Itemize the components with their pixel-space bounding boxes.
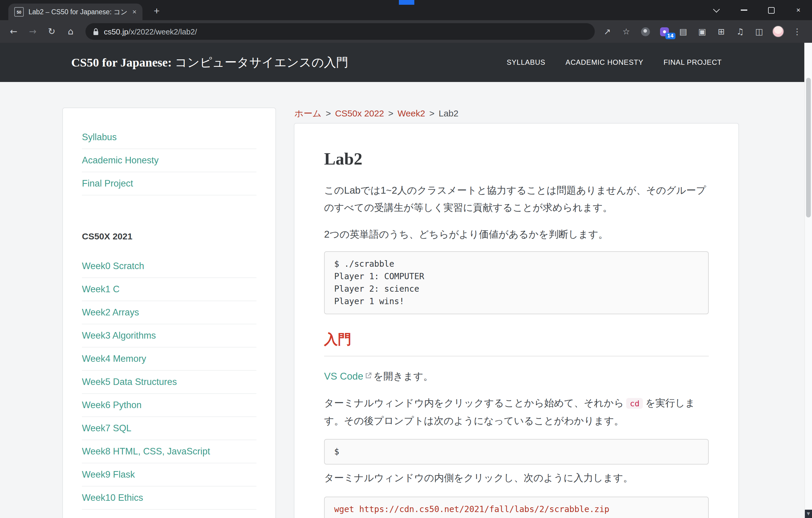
tab-title: Lab2 – CS50 for Japanese: コンピュ [28,7,127,16]
sidebar-item-week5[interactable]: Week5 Data Structures [82,371,256,394]
share-icon[interactable]: ↗ [600,23,615,40]
maximize-button[interactable] [757,0,785,20]
forward-button[interactable]: → [24,23,41,40]
external-link-icon [365,373,372,379]
browser-tab[interactable]: 50 Lab2 – CS50 for Japanese: コンピュ × [8,4,142,20]
back-button[interactable]: ← [5,23,23,40]
sidebar-item-week6[interactable]: Week6 Python [82,394,256,417]
breadcrumb-cs50x-2022[interactable]: CS50x 2022 [335,108,384,118]
sidebar-item-week4[interactable]: Week4 Memory [82,348,256,371]
sidebar-section-heading: CS50X 2021 [82,231,256,242]
breadcrumb-separator: > [388,108,394,118]
blue-accent-strip [399,0,414,5]
url-domain: cs50.jp [104,27,128,36]
sidebar-item-week0[interactable]: Week0 Scratch [82,255,256,278]
site-nav: SYLLABUS ACADEMIC HONESTY FINAL PROJECT [506,43,722,82]
code-line: Player 2: science [334,283,699,295]
task-paragraph: 2つの英単語のうち、どちらがより価値があるかを判断します。 [324,226,709,243]
terminal-paragraph: ターミナルウィンドウ内をクリックすることから始めて、それからcdを実行します。そ… [324,394,709,430]
sidebar-item-syllabus[interactable]: Syllabus [82,126,256,149]
scroll-down-button[interactable]: ▼ [805,510,812,518]
browser-toolbar: ← → ↻ ⌂ cs50.jp/x/2022/week2/lab2/ ↗ ☆ 1… [0,20,812,43]
home-button[interactable]: ⌂ [62,23,80,40]
code-line: $ [334,445,699,458]
terminal-text-before: ターミナルウィンドウ内をクリックすることから始めて、それから [324,398,624,408]
sidebar-item-week2[interactable]: Week2 Arrays [82,301,256,324]
minimize-button[interactable] [730,0,757,20]
vscode-link[interactable]: VS Code [324,371,363,381]
page-body: ホーム>CS50x 2022>Week2>Lab2 Syllabus Acade… [0,82,812,518]
sidebar-item-final-project[interactable]: Final Project [82,172,256,195]
click-paragraph: ターミナルウィンドウの内側をクリックし、次のように入力します。 [324,469,709,487]
breadcrumb: ホーム>CS50x 2022>Week2>Lab2 [294,108,459,119]
media-controls-icon[interactable]: ♫ [732,23,748,40]
maximize-icon [768,7,774,13]
breadcrumb-separator: > [325,108,331,118]
sidebar-item-week8[interactable]: Week8 HTML, CSS, JavaScript [82,440,256,463]
site-title-rest: コンピュータサイエンスの入門 [172,56,348,69]
menu-kebab-icon[interactable]: ⋮ [789,23,805,40]
tab-close-icon[interactable]: × [133,8,137,16]
toolbar-actions: ↗ ☆ 14 ▤ ▣ ⊞ ♫ ◫ ⋮ [600,20,805,43]
prompt-code-block: $ [324,439,709,465]
extension-purple-icon[interactable]: 14 [657,23,672,40]
reading-list-icon[interactable]: ▤ [675,23,691,40]
demo-code-block: $ ./scrabble Player 1: COMPUTER Player 2… [324,251,709,314]
wget-code-block: wget https://cdn.cs50.net/2021/fall/labs… [324,497,709,518]
url-path: /x/2022/week2/lab2/ [128,27,197,36]
breadcrumb-week2[interactable]: Week2 [398,108,425,118]
nav-syllabus[interactable]: SYLLABUS [506,58,545,66]
inline-code-cd: cd [626,398,643,409]
sidebar-item-week3[interactable]: Week3 Algorithms [82,324,256,348]
scrollbar-thumb[interactable] [806,78,811,217]
nav-buttons: ← → ↻ ⌂ [5,20,80,43]
tab-strip: 50 Lab2 – CS50 for Japanese: コンピュ × + × [0,0,812,20]
cs50-favicon-icon: 50 [14,7,24,17]
extensions-puzzle-icon[interactable]: ⊞ [714,23,729,40]
site-header: CS50 for Japanese: コンピュータサイエンスの入門 SYLLAB… [0,43,812,82]
code-line: wget https://cdn.cs50.net/2021/fall/labs… [334,503,699,516]
page-title: Lab2 [324,148,709,169]
sidebar: Syllabus Academic Honesty Final Project … [62,108,276,518]
sidebar-item-academic-honesty[interactable]: Academic Honesty [82,149,256,172]
site-title-bold: CS50 for Japanese: [71,56,172,69]
extension-avatar-glyph [641,27,650,36]
breadcrumb-current: Lab2 [439,108,459,118]
journal-icon[interactable]: ▣ [694,23,710,40]
new-tab-button[interactable]: + [150,4,164,19]
minimize-icon [741,10,747,11]
address-bar[interactable]: cs50.jp/x/2022/week2/lab2/ [85,23,595,40]
page-scrollbar[interactable]: ▼ [804,43,812,518]
main-content: Lab2 このLabでは1~2人のクラスメートと協力することは問題ありませんが、… [294,123,739,518]
vscode-paragraph: VS Codeを開きます。 [324,368,709,384]
close-window-button[interactable]: × [785,0,812,20]
chevron-down-icon [713,6,720,13]
extension-avatar-icon[interactable] [637,23,653,40]
sidebar-item-week9[interactable]: Week9 Flask [82,463,256,487]
breadcrumb-home[interactable]: ホーム [294,108,321,118]
intro-paragraph: このLabでは1~2人のクラスメートと協力することは問題ありませんが、そのグルー… [324,182,709,216]
sidebar-item-week10[interactable]: Week10 Ethics [82,487,256,510]
lock-icon [93,28,99,35]
code-line: Player 1 wins! [334,295,699,308]
side-panel-icon[interactable]: ◫ [751,23,767,40]
sidebar-item-week1[interactable]: Week1 C [82,278,256,301]
reload-button[interactable]: ↻ [43,23,61,40]
section-divider [324,356,709,356]
window-controls: × [703,0,812,20]
sidebar-item-week7[interactable]: Week7 SQL [82,417,256,440]
bookmark-star-icon[interactable]: ☆ [618,23,634,40]
tab-search-chevron-icon[interactable] [703,0,730,20]
browser-window: 50 Lab2 – CS50 for Japanese: コンピュ × + × … [0,0,812,518]
site-title[interactable]: CS50 for Japanese: コンピュータサイエンスの入門 [71,54,348,71]
nav-academic-honesty[interactable]: ACADEMIC HONESTY [566,58,643,66]
code-line: $ ./scrabble [334,258,699,270]
url-text: cs50.jp/x/2022/week2/lab2/ [104,27,197,36]
breadcrumb-separator: > [429,108,434,118]
vscode-suffix: を開きます。 [373,371,433,381]
profile-avatar[interactable] [771,23,786,40]
avatar-glyph [772,26,784,37]
nav-final-project[interactable]: FINAL PROJECT [664,58,722,66]
code-line: Player 1: COMPUTER [334,270,699,283]
extension-badge: 14 [665,33,675,39]
